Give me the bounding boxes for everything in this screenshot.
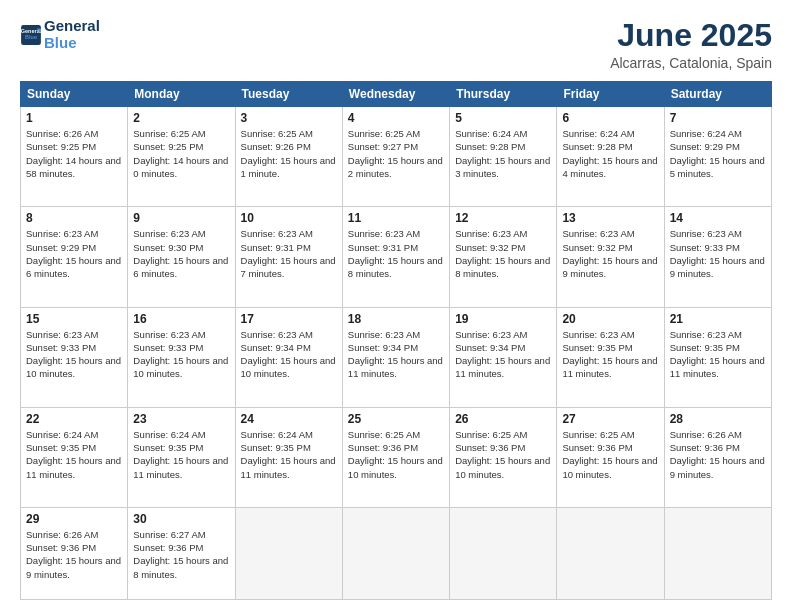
table-row: 8 Sunrise: 6:23 AM Sunset: 9:29 PM Dayli… bbox=[21, 207, 128, 307]
main-title: June 2025 bbox=[610, 18, 772, 53]
cell-content: Sunrise: 6:25 AM Sunset: 9:26 PM Dayligh… bbox=[241, 127, 337, 180]
day-number: 20 bbox=[562, 312, 658, 326]
table-row bbox=[342, 507, 449, 599]
day-number: 19 bbox=[455, 312, 551, 326]
day-number: 30 bbox=[133, 512, 229, 526]
col-tuesday: Tuesday bbox=[235, 82, 342, 107]
day-number: 23 bbox=[133, 412, 229, 426]
cell-content: Sunrise: 6:23 AM Sunset: 9:32 PM Dayligh… bbox=[562, 227, 658, 280]
col-monday: Monday bbox=[128, 82, 235, 107]
day-number: 21 bbox=[670, 312, 766, 326]
table-row bbox=[235, 507, 342, 599]
cell-content: Sunrise: 6:23 AM Sunset: 9:31 PM Dayligh… bbox=[348, 227, 444, 280]
day-number: 10 bbox=[241, 211, 337, 225]
cell-content: Sunrise: 6:24 AM Sunset: 9:35 PM Dayligh… bbox=[241, 428, 337, 481]
title-block: June 2025 Alcarras, Catalonia, Spain bbox=[610, 18, 772, 71]
table-row: 4 Sunrise: 6:25 AM Sunset: 9:27 PM Dayli… bbox=[342, 107, 449, 207]
logo: General Blue General Blue bbox=[20, 18, 100, 51]
calendar-table: Sunday Monday Tuesday Wednesday Thursday… bbox=[20, 81, 772, 600]
table-row: 23 Sunrise: 6:24 AM Sunset: 9:35 PM Dayl… bbox=[128, 407, 235, 507]
table-row: 18 Sunrise: 6:23 AM Sunset: 9:34 PM Dayl… bbox=[342, 307, 449, 407]
cell-content: Sunrise: 6:23 AM Sunset: 9:29 PM Dayligh… bbox=[26, 227, 122, 280]
cell-content: Sunrise: 6:24 AM Sunset: 9:35 PM Dayligh… bbox=[133, 428, 229, 481]
cell-content: Sunrise: 6:24 AM Sunset: 9:28 PM Dayligh… bbox=[455, 127, 551, 180]
day-number: 2 bbox=[133, 111, 229, 125]
day-number: 22 bbox=[26, 412, 122, 426]
day-number: 15 bbox=[26, 312, 122, 326]
table-row: 14 Sunrise: 6:23 AM Sunset: 9:33 PM Dayl… bbox=[664, 207, 771, 307]
day-number: 7 bbox=[670, 111, 766, 125]
table-row: 30 Sunrise: 6:27 AM Sunset: 9:36 PM Dayl… bbox=[128, 507, 235, 599]
day-number: 12 bbox=[455, 211, 551, 225]
day-number: 29 bbox=[26, 512, 122, 526]
table-row bbox=[450, 507, 557, 599]
table-row: 17 Sunrise: 6:23 AM Sunset: 9:34 PM Dayl… bbox=[235, 307, 342, 407]
cell-content: Sunrise: 6:24 AM Sunset: 9:35 PM Dayligh… bbox=[26, 428, 122, 481]
cell-content: Sunrise: 6:23 AM Sunset: 9:32 PM Dayligh… bbox=[455, 227, 551, 280]
svg-text:Blue: Blue bbox=[25, 34, 37, 40]
table-row: 12 Sunrise: 6:23 AM Sunset: 9:32 PM Dayl… bbox=[450, 207, 557, 307]
table-row bbox=[557, 507, 664, 599]
table-row: 19 Sunrise: 6:23 AM Sunset: 9:34 PM Dayl… bbox=[450, 307, 557, 407]
table-row: 16 Sunrise: 6:23 AM Sunset: 9:33 PM Dayl… bbox=[128, 307, 235, 407]
table-row: 6 Sunrise: 6:24 AM Sunset: 9:28 PM Dayli… bbox=[557, 107, 664, 207]
day-number: 1 bbox=[26, 111, 122, 125]
cell-content: Sunrise: 6:23 AM Sunset: 9:34 PM Dayligh… bbox=[241, 328, 337, 381]
table-row: 22 Sunrise: 6:24 AM Sunset: 9:35 PM Dayl… bbox=[21, 407, 128, 507]
table-row: 11 Sunrise: 6:23 AM Sunset: 9:31 PM Dayl… bbox=[342, 207, 449, 307]
day-number: 28 bbox=[670, 412, 766, 426]
day-number: 25 bbox=[348, 412, 444, 426]
table-row: 13 Sunrise: 6:23 AM Sunset: 9:32 PM Dayl… bbox=[557, 207, 664, 307]
table-row: 27 Sunrise: 6:25 AM Sunset: 9:36 PM Dayl… bbox=[557, 407, 664, 507]
page: General Blue General Blue June 2025 Alca… bbox=[0, 0, 792, 612]
cell-content: Sunrise: 6:24 AM Sunset: 9:28 PM Dayligh… bbox=[562, 127, 658, 180]
table-row: 10 Sunrise: 6:23 AM Sunset: 9:31 PM Dayl… bbox=[235, 207, 342, 307]
cell-content: Sunrise: 6:25 AM Sunset: 9:36 PM Dayligh… bbox=[562, 428, 658, 481]
logo-line1: General bbox=[44, 18, 100, 35]
table-row: 7 Sunrise: 6:24 AM Sunset: 9:29 PM Dayli… bbox=[664, 107, 771, 207]
table-row: 3 Sunrise: 6:25 AM Sunset: 9:26 PM Dayli… bbox=[235, 107, 342, 207]
logo-line2: Blue bbox=[44, 35, 100, 52]
col-thursday: Thursday bbox=[450, 82, 557, 107]
day-number: 16 bbox=[133, 312, 229, 326]
day-number: 14 bbox=[670, 211, 766, 225]
table-row: 29 Sunrise: 6:26 AM Sunset: 9:36 PM Dayl… bbox=[21, 507, 128, 599]
table-row: 28 Sunrise: 6:26 AM Sunset: 9:36 PM Dayl… bbox=[664, 407, 771, 507]
cell-content: Sunrise: 6:23 AM Sunset: 9:33 PM Dayligh… bbox=[670, 227, 766, 280]
table-row: 26 Sunrise: 6:25 AM Sunset: 9:36 PM Dayl… bbox=[450, 407, 557, 507]
day-number: 13 bbox=[562, 211, 658, 225]
col-friday: Friday bbox=[557, 82, 664, 107]
day-number: 8 bbox=[26, 211, 122, 225]
cell-content: Sunrise: 6:25 AM Sunset: 9:36 PM Dayligh… bbox=[348, 428, 444, 481]
cell-content: Sunrise: 6:23 AM Sunset: 9:33 PM Dayligh… bbox=[133, 328, 229, 381]
table-row: 15 Sunrise: 6:23 AM Sunset: 9:33 PM Dayl… bbox=[21, 307, 128, 407]
header-row: General Blue General Blue June 2025 Alca… bbox=[20, 18, 772, 71]
table-row: 2 Sunrise: 6:25 AM Sunset: 9:25 PM Dayli… bbox=[128, 107, 235, 207]
cell-content: Sunrise: 6:25 AM Sunset: 9:25 PM Dayligh… bbox=[133, 127, 229, 180]
day-number: 9 bbox=[133, 211, 229, 225]
day-number: 6 bbox=[562, 111, 658, 125]
table-row bbox=[664, 507, 771, 599]
cell-content: Sunrise: 6:23 AM Sunset: 9:35 PM Dayligh… bbox=[562, 328, 658, 381]
day-number: 24 bbox=[241, 412, 337, 426]
day-number: 3 bbox=[241, 111, 337, 125]
cell-content: Sunrise: 6:25 AM Sunset: 9:27 PM Dayligh… bbox=[348, 127, 444, 180]
table-row: 25 Sunrise: 6:25 AM Sunset: 9:36 PM Dayl… bbox=[342, 407, 449, 507]
day-number: 17 bbox=[241, 312, 337, 326]
cell-content: Sunrise: 6:23 AM Sunset: 9:34 PM Dayligh… bbox=[455, 328, 551, 381]
cell-content: Sunrise: 6:24 AM Sunset: 9:29 PM Dayligh… bbox=[670, 127, 766, 180]
cell-content: Sunrise: 6:26 AM Sunset: 9:36 PM Dayligh… bbox=[670, 428, 766, 481]
day-number: 4 bbox=[348, 111, 444, 125]
header-row: Sunday Monday Tuesday Wednesday Thursday… bbox=[21, 82, 772, 107]
table-row: 9 Sunrise: 6:23 AM Sunset: 9:30 PM Dayli… bbox=[128, 207, 235, 307]
cell-content: Sunrise: 6:23 AM Sunset: 9:35 PM Dayligh… bbox=[670, 328, 766, 381]
subtitle: Alcarras, Catalonia, Spain bbox=[610, 55, 772, 71]
day-number: 5 bbox=[455, 111, 551, 125]
cell-content: Sunrise: 6:23 AM Sunset: 9:33 PM Dayligh… bbox=[26, 328, 122, 381]
cell-content: Sunrise: 6:27 AM Sunset: 9:36 PM Dayligh… bbox=[133, 528, 229, 581]
cell-content: Sunrise: 6:23 AM Sunset: 9:34 PM Dayligh… bbox=[348, 328, 444, 381]
cell-content: Sunrise: 6:23 AM Sunset: 9:31 PM Dayligh… bbox=[241, 227, 337, 280]
col-saturday: Saturday bbox=[664, 82, 771, 107]
day-number: 26 bbox=[455, 412, 551, 426]
col-sunday: Sunday bbox=[21, 82, 128, 107]
